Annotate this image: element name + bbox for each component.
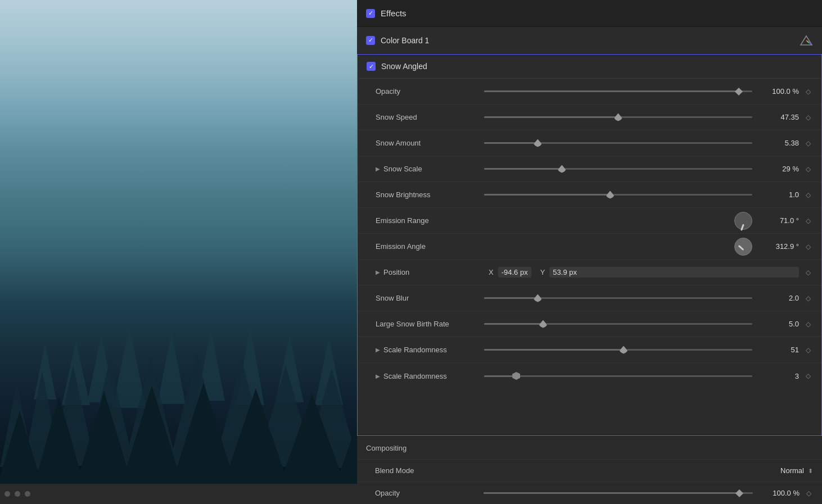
scale-randomness-1-track <box>484 349 752 351</box>
prism-icon <box>800 34 813 47</box>
scale-randomness-1-label: Scale Randomness <box>383 346 447 354</box>
snow-angled-header: ✓ Snow Angled <box>357 54 822 79</box>
scale-randomness-2-value: 3 <box>757 372 799 380</box>
right-panel: ✓ Effects ✓ Color Board 1 ✓ <box>357 0 822 504</box>
effects-checkbox[interactable]: ✓ <box>366 9 375 18</box>
snow-speed-label: Snow Speed <box>376 113 480 121</box>
scale-randomness-2-fill <box>484 375 516 377</box>
params-container: Opacity 100.0 % ◇ Snow Speed 47.35 ◇ <box>357 79 822 436</box>
snow-amount-fill <box>484 142 538 144</box>
emission-range-value: 71.0 ° <box>757 216 799 225</box>
opacity-slider[interactable] <box>484 86 752 97</box>
snow-scale-value: 29 % <box>757 165 799 173</box>
check-icon-3: ✓ <box>369 63 374 70</box>
snow-speed-thumb <box>615 113 622 121</box>
param-row-snow-speed: Snow Speed 47.35 ◇ <box>358 105 821 130</box>
preview-image <box>0 0 357 504</box>
opacity-track <box>484 90 752 92</box>
emission-range-label: Emission Range <box>376 216 480 225</box>
preview-panel <box>0 0 357 504</box>
snow-brightness-keyframe[interactable]: ◇ <box>803 191 812 199</box>
effects-header: ✓ Effects <box>357 0 822 27</box>
emission-angle-keyframe[interactable]: ◇ <box>803 243 812 251</box>
snow-brightness-track <box>484 194 752 196</box>
snow-scale-slider[interactable] <box>484 164 752 175</box>
blend-mode-value[interactable]: Normal ⬍ <box>780 466 813 475</box>
snow-blur-track <box>484 297 752 299</box>
scale-randomness-1-label-container: ▶ Scale Randomness <box>376 346 480 354</box>
position-keyframe[interactable]: ◇ <box>803 269 812 276</box>
large-snow-birth-rate-slider[interactable] <box>484 319 752 330</box>
blend-mode-row: Blend Mode Normal ⬍ <box>357 459 822 482</box>
compositing-section: Compositing Blend Mode Normal ⬍ Opacity … <box>357 436 822 504</box>
preview-bottom-bar <box>0 484 357 504</box>
snow-brightness-fill <box>484 194 610 196</box>
emission-range-dial[interactable] <box>734 212 752 230</box>
emission-angle-indicator <box>738 244 744 250</box>
snow-scale-arrow[interactable]: ▶ <box>376 166 380 172</box>
position-x-value[interactable]: -94.6 px <box>498 267 531 278</box>
param-row-opacity: Opacity 100.0 % ◇ <box>358 79 821 105</box>
scale-randomness-2-track <box>484 375 752 377</box>
param-row-scale-randomness-2: ▶ Scale Randomness 3 ◇ <box>358 363 821 389</box>
compositing-opacity-slider[interactable] <box>484 488 753 499</box>
snow-speed-slider[interactable] <box>484 112 752 123</box>
position-label: Position <box>383 268 409 276</box>
snow-amount-keyframe[interactable]: ◇ <box>803 139 812 147</box>
snow-speed-track <box>484 116 752 118</box>
check-icon: ✓ <box>368 10 373 16</box>
scale-randomness-2-slider[interactable] <box>484 370 752 382</box>
snow-angled-checkbox[interactable]: ✓ <box>367 62 376 71</box>
snow-blur-fill <box>484 297 538 299</box>
param-row-snow-blur: Snow Blur 2.0 ◇ <box>358 285 821 311</box>
opacity-keyframe[interactable]: ◇ <box>803 88 812 96</box>
compositing-header: Compositing <box>357 437 822 459</box>
position-y-label: Y <box>540 268 545 276</box>
compositing-opacity-value: 100.0 % <box>757 489 800 497</box>
emission-range-keyframe[interactable]: ◇ <box>803 217 812 225</box>
scale-randomness-1-slider[interactable] <box>484 344 752 356</box>
color-board-checkbox[interactable]: ✓ <box>366 36 375 45</box>
check-icon-2: ✓ <box>368 37 373 43</box>
large-snow-birth-rate-track <box>484 323 752 325</box>
snow-blur-slider[interactable] <box>484 293 752 304</box>
blend-mode-label: Blend Mode <box>375 466 776 475</box>
snow-amount-slider[interactable] <box>484 138 752 149</box>
scale-randomness-1-arrow[interactable]: ▶ <box>376 347 380 353</box>
scale-randomness-2-keyframe[interactable]: ◇ <box>803 372 812 380</box>
snow-scale-keyframe[interactable]: ◇ <box>803 165 812 173</box>
compositing-opacity-keyframe[interactable]: ◇ <box>804 489 813 497</box>
compositing-opacity-label: Opacity <box>375 489 479 497</box>
large-snow-birth-rate-fill <box>484 323 543 325</box>
position-y-value[interactable]: 53.9 px <box>549 267 799 278</box>
svg-marker-4 <box>157 332 186 404</box>
snow-amount-thumb <box>534 139 541 147</box>
param-row-snow-brightness: Snow Brightness 1.0 ◇ <box>358 182 821 208</box>
snow-speed-keyframe[interactable]: ◇ <box>803 113 812 121</box>
compositing-opacity-thumb <box>735 489 743 497</box>
large-snow-birth-rate-thumb <box>539 320 547 328</box>
emission-angle-dial[interactable] <box>734 238 752 256</box>
snow-brightness-value: 1.0 <box>757 190 799 199</box>
blend-mode-arrows: ⬍ <box>806 467 813 474</box>
large-snow-birth-rate-label: Large Snow Birth Rate <box>376 320 480 328</box>
preview-dot-2 <box>15 491 20 497</box>
scale-randomness-2-thumb <box>512 372 520 380</box>
blend-mode-text: Normal <box>780 466 804 475</box>
snow-speed-fill <box>484 116 618 118</box>
large-snow-birth-rate-value: 5.0 <box>757 320 799 328</box>
emission-angle-label: Emission Angle <box>376 242 480 251</box>
snow-amount-track <box>484 142 752 144</box>
position-arrow[interactable]: ▶ <box>376 269 380 275</box>
emission-angle-control <box>484 238 752 256</box>
snow-brightness-slider[interactable] <box>484 189 752 201</box>
snow-brightness-label: Snow Brightness <box>376 190 480 199</box>
compositing-opacity-row: Opacity 100.0 % ◇ <box>357 482 822 504</box>
scale-randomness-2-arrow[interactable]: ▶ <box>376 373 380 379</box>
param-row-emission-angle: Emission Angle 312.9 ° ◇ <box>358 234 821 260</box>
large-snow-birth-rate-keyframe[interactable]: ◇ <box>803 320 812 328</box>
snow-blur-keyframe[interactable]: ◇ <box>803 294 812 302</box>
scale-randomness-1-keyframe[interactable]: ◇ <box>803 346 812 354</box>
opacity-value: 100.0 % <box>757 87 799 96</box>
snow-speed-value: 47.35 <box>757 113 799 121</box>
